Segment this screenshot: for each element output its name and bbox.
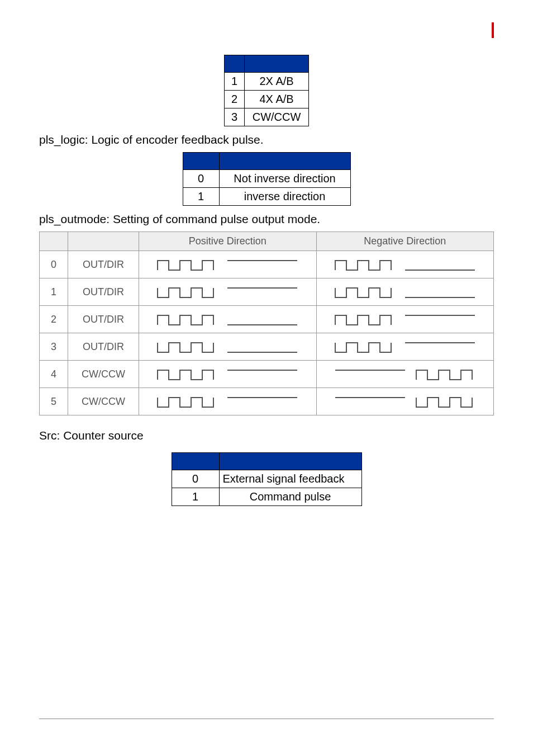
- outmode-neg-wave: [316, 388, 494, 415]
- table-row: 2 4X A/B: [224, 91, 308, 108]
- cell-val: 3: [224, 108, 244, 126]
- outmode-idx: 0: [40, 251, 68, 278]
- table-row: 5 CW/CCW: [40, 388, 494, 415]
- header-accent: [39, 22, 494, 38]
- table-row: 1 2X A/B: [224, 73, 308, 91]
- outmode-neg-wave: [316, 278, 494, 306]
- table-src: 0 External signal feedback 1 Command pul…: [172, 452, 362, 506]
- outmode-neg-wave: [316, 333, 494, 361]
- cell-desc: 2X A/B: [245, 73, 309, 91]
- outmode-neg-wave: [316, 306, 494, 333]
- table-row: 2 OUT/DIR: [40, 306, 494, 333]
- outmode-idx: 4: [40, 361, 68, 388]
- outmode-header-neg: Negative Direction: [316, 232, 494, 251]
- outmode-idx: 2: [40, 306, 68, 333]
- table-row: 1 inverse direction: [183, 188, 350, 206]
- outmode-pos-wave: [139, 361, 317, 388]
- outmode-pos-wave: [139, 306, 317, 333]
- table-logic: 0 Not inverse direction 1 inverse direct…: [183, 152, 351, 206]
- outmode-mode: CW/CCW: [68, 361, 139, 388]
- table-row: 0 Not inverse direction: [183, 170, 350, 188]
- outmode-idx: 5: [40, 388, 68, 415]
- outmode-mode: CW/CCW: [68, 388, 139, 415]
- table-row: 1 OUT/DIR: [40, 278, 494, 306]
- caption-src: Src: Counter source: [39, 429, 494, 442]
- outmode-mode: OUT/DIR: [68, 251, 139, 278]
- cell-desc: CW/CCW: [245, 108, 309, 126]
- caption-logic: pls_logic: Logic of encoder feedback pul…: [39, 133, 494, 147]
- cell-desc: Not inverse direction: [219, 170, 350, 188]
- outmode-header-pos: Positive Direction: [139, 232, 317, 251]
- outmode-idx: 1: [40, 278, 68, 306]
- outmode-pos-wave: [139, 278, 317, 306]
- caption-outmode: pls_outmode: Setting of command pulse ou…: [39, 212, 494, 226]
- outmode-idx: 3: [40, 333, 68, 361]
- outmode-mode: OUT/DIR: [68, 333, 139, 361]
- table-inmode-partial: 1 2X A/B 2 4X A/B 3 CW/CCW: [224, 55, 309, 126]
- cell-desc: Command pulse: [219, 488, 361, 506]
- table-outmode: Positive Direction Negative Direction 0 …: [39, 231, 494, 415]
- cell-val: 1: [224, 73, 244, 91]
- table-row: 3 CW/CCW: [224, 108, 308, 126]
- cell-desc: 4X A/B: [245, 91, 309, 108]
- outmode-header-blank2: [68, 232, 139, 251]
- cell-val: 0: [172, 470, 219, 488]
- cell-val: 2: [224, 91, 244, 108]
- outmode-mode: OUT/DIR: [68, 306, 139, 333]
- outmode-pos-wave: [139, 251, 317, 278]
- cell-desc: External signal feedback: [219, 470, 361, 488]
- outmode-mode: OUT/DIR: [68, 278, 139, 306]
- outmode-pos-wave: [139, 333, 317, 361]
- cell-desc: inverse direction: [219, 188, 350, 206]
- cell-val: 0: [183, 170, 219, 188]
- cell-val: 1: [183, 188, 219, 206]
- outmode-neg-wave: [316, 251, 494, 278]
- table-row: 0 External signal feedback: [172, 470, 361, 488]
- outmode-pos-wave: [139, 388, 317, 415]
- table-row: 4 CW/CCW: [40, 361, 494, 388]
- table-row: 1 Command pulse: [172, 488, 361, 506]
- footer-divider: [39, 719, 494, 719]
- outmode-neg-wave: [316, 361, 494, 388]
- outmode-header-blank1: [40, 232, 68, 251]
- red-accent-bar: [492, 22, 494, 38]
- table-row: 0 OUT/DIR: [40, 251, 494, 278]
- table-row: 3 OUT/DIR: [40, 333, 494, 361]
- cell-val: 1: [172, 488, 219, 506]
